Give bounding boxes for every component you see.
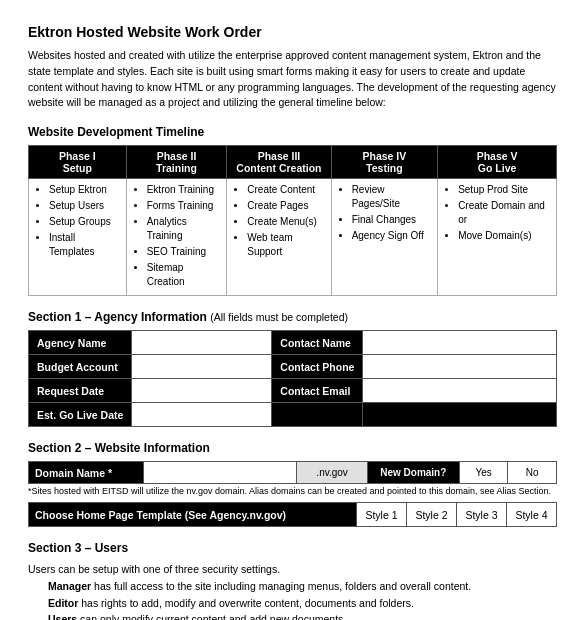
contact-email-value[interactable]	[363, 379, 557, 403]
table-row: Choose Home Page Template (See Agency.nv…	[29, 503, 557, 527]
domain-table: Domain Name * .nv.gov New Domain? Yes No	[28, 461, 557, 484]
budget-account-label: Budget Account	[29, 355, 132, 379]
request-date-value[interactable]	[132, 379, 272, 403]
agency-name-value[interactable]	[132, 331, 272, 355]
sites-note: *Sites hosted with EITSD will utilize th…	[28, 486, 557, 496]
phase-5-content: Setup Prod Site Create Domain and or Mov…	[438, 179, 557, 296]
table-row: Agency Name Contact Name	[29, 331, 557, 355]
table-row: Est. Go Live Date	[29, 403, 557, 427]
section1-subtitle: (All fields must be completed)	[210, 311, 348, 323]
domain-name-input[interactable]	[144, 462, 297, 484]
agency-name-label: Agency Name	[29, 331, 132, 355]
intro-paragraph: Websites hosted and created with utilize…	[28, 48, 557, 111]
contact-phone-value[interactable]	[363, 355, 557, 379]
timeline-title: Website Development Timeline	[28, 125, 557, 139]
page-title: Ektron Hosted Website Work Order	[28, 24, 557, 40]
editor-role: Editor has rights to add, modify and ove…	[48, 595, 557, 612]
empty-cell-2	[363, 403, 557, 427]
golive-date-label: Est. Go Live Date	[29, 403, 132, 427]
budget-account-value[interactable]	[132, 355, 272, 379]
contact-phone-label: Contact Phone	[272, 355, 363, 379]
nv-suffix: .nv.gov	[297, 462, 367, 484]
phase-4-content: Review Pages/Site Final Changes Agency S…	[331, 179, 437, 296]
phase-3-content: Create Content Create Pages Create Menu(…	[227, 179, 331, 296]
phase-2-header: Phase IITraining	[126, 146, 227, 179]
phase-2-content: Ektron Training Forms Training Analytics…	[126, 179, 227, 296]
contact-name-label: Contact Name	[272, 331, 363, 355]
phase-1-content: Setup Ektron Setup Users Setup Groups In…	[29, 179, 127, 296]
contact-name-value[interactable]	[363, 331, 557, 355]
new-domain-label: New Domain?	[367, 462, 459, 484]
domain-name-label: Domain Name *	[29, 462, 144, 484]
table-row: Budget Account Contact Phone	[29, 355, 557, 379]
users-role: Users can only modify current content an…	[48, 611, 557, 620]
phase-4-header: Phase IVTesting	[331, 146, 437, 179]
phase-1-header: Phase ISetup	[29, 146, 127, 179]
request-date-label: Request Date	[29, 379, 132, 403]
phase-5-header: Phase VGo Live	[438, 146, 557, 179]
timeline-table: Phase ISetup Phase IITraining Phase IIIC…	[28, 145, 557, 296]
no-option[interactable]: No	[508, 462, 557, 484]
style-4-option[interactable]: Style 4	[507, 503, 557, 527]
table-row: Request Date Contact Email	[29, 379, 557, 403]
yes-option[interactable]: Yes	[459, 462, 508, 484]
manager-role: Manager has full access to the site incl…	[48, 578, 557, 595]
golive-date-value[interactable]	[132, 403, 272, 427]
style-1-option[interactable]: Style 1	[357, 503, 407, 527]
section2-title: Section 2 – Website Information	[28, 441, 557, 455]
agency-info-table: Agency Name Contact Name Budget Account …	[28, 330, 557, 427]
style-2-option[interactable]: Style 2	[407, 503, 457, 527]
users-intro: Users can be setup with one of three sec…	[28, 561, 557, 578]
empty-cell-1	[272, 403, 363, 427]
contact-email-label: Contact Email	[272, 379, 363, 403]
style-3-option[interactable]: Style 3	[457, 503, 507, 527]
choose-template-label: Choose Home Page Template (See Agency.nv…	[29, 503, 357, 527]
users-text: Users can be setup with one of three sec…	[28, 561, 557, 620]
section3-title: Section 3 – Users	[28, 541, 557, 555]
section1-title: Section 1 – Agency Information (All fiel…	[28, 310, 557, 324]
table-row: Domain Name * .nv.gov New Domain? Yes No	[29, 462, 557, 484]
phase-3-header: Phase IIIContent Creation	[227, 146, 331, 179]
template-table: Choose Home Page Template (See Agency.nv…	[28, 502, 557, 527]
